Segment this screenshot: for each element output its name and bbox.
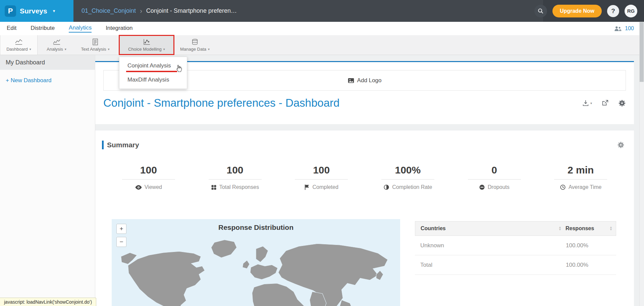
chevron-down-icon: ▾ [30, 47, 31, 51]
grid-dots-icon [211, 185, 217, 190]
minus-circle-icon [479, 184, 485, 190]
avatar[interactable]: RG [625, 5, 637, 17]
page-title: Conjoint - Smartphone preferences - Dash… [103, 97, 339, 109]
divider [122, 179, 175, 180]
search-button[interactable] [534, 5, 547, 17]
summary-bottom-row: Response Distribution + − [112, 219, 627, 306]
divider [209, 179, 262, 180]
country-cell: Unknown [415, 242, 566, 249]
sidebar-item-my-dashboard[interactable]: My Dashboard [0, 55, 95, 70]
summary-heading: Summary [107, 141, 139, 149]
new-dashboard-link[interactable]: + New Dashboard [6, 77, 52, 84]
sort-icon[interactable]: ▲▼ [609, 226, 612, 231]
countries-table-header: Countries ▲▼ Responses ▲▼ [415, 221, 616, 236]
title-row: Conjoint - Smartphone preferences - Dash… [103, 97, 626, 109]
stat-completed: 100 Completed [278, 164, 365, 190]
table-row[interactable]: Unknown 100.00% [415, 236, 616, 255]
survey-nav: Edit Distribute Analytics Integration 10… [0, 22, 644, 35]
help-button[interactable]: ? [607, 5, 619, 17]
summary-card: Summary 100 Viewed 100 Total Responses [95, 131, 634, 306]
summary-accent-bar [102, 141, 104, 149]
nav-tab-edit[interactable]: Edit [7, 25, 16, 32]
surveys-product-menu[interactable]: P Surveys ▾ [0, 0, 73, 22]
breadcrumb-project-link[interactable]: 01_Choice_Conjoint [82, 7, 136, 14]
divider [468, 179, 521, 180]
dashboard-actions: ▾ [582, 99, 626, 107]
eye-icon [135, 185, 142, 190]
settings-gear-icon[interactable] [618, 99, 626, 107]
choice-modelling-chart-icon [142, 39, 151, 45]
world-map[interactable] [118, 237, 393, 306]
nav-tab-distribute[interactable]: Distribute [31, 25, 55, 32]
half-circle-icon [383, 184, 389, 190]
chevron-down-icon: ▾ [108, 47, 110, 51]
dashboard-content: Add Logo Conjoint - Smartphone preferenc… [95, 55, 639, 306]
product-name: Surveys [20, 7, 47, 15]
nav-tab-analytics[interactable]: Analytics [69, 24, 92, 33]
flag-icon [304, 184, 310, 190]
zoom-in-button[interactable]: + [116, 224, 126, 234]
image-icon [348, 78, 354, 83]
toolbar-item-manage-data[interactable]: Manage Data▾ [176, 35, 214, 55]
chevron-down-icon: ▾ [208, 47, 210, 51]
top-header: P Surveys ▾ 01_Choice_Conjoint › Conjoin… [0, 0, 644, 22]
summary-settings-gear-icon[interactable] [617, 141, 625, 149]
document-icon [92, 39, 99, 45]
database-icon [191, 39, 199, 45]
responses-column-header: Responses [566, 225, 594, 232]
search-icon [537, 8, 544, 14]
menu-item-maxdiff-analysis[interactable]: MaxDiff Analysis [119, 73, 187, 87]
toolbar-item-text-analysis[interactable]: Text Analysis▾ [75, 35, 115, 55]
dashboard-chart-icon [14, 39, 23, 45]
stat-average-time: 2 min Average Time [537, 164, 624, 190]
responses-cell: 100.00% [566, 262, 616, 268]
clock-icon [560, 184, 566, 190]
breadcrumb: 01_Choice_Conjoint › Conjoint - Smartpho… [82, 7, 237, 15]
summary-stats: 100 Viewed 100 Total Responses 100 [102, 164, 627, 190]
map-title: Response Distribution [112, 219, 400, 232]
sort-icon[interactable]: ▲▼ [558, 226, 561, 231]
stat-dropouts: 0 Dropouts [451, 164, 538, 190]
divider [381, 179, 434, 180]
header-actions: Upgrade Now ? RG [534, 5, 637, 17]
stat-viewed: 100 Viewed [105, 164, 192, 190]
breadcrumb-separator-icon: › [140, 7, 142, 15]
analytics-toolbar: Dashboard▾ Analysis▾ Text Analysis▾ Choi… [0, 35, 644, 55]
country-cell: Total [415, 262, 566, 268]
dashboard-sidebar: My Dashboard + New Dashboard [0, 55, 95, 306]
question-mark-icon: ? [611, 7, 615, 15]
toolbar-item-choice-modelling[interactable]: Choice Modelling▾ [119, 35, 174, 55]
countries-column-header: Countries [421, 225, 446, 232]
stat-completion-rate: 100% Completion Rate [365, 164, 451, 190]
divider [554, 179, 607, 180]
upgrade-now-button[interactable]: Upgrade Now [552, 5, 602, 17]
response-count: 100 [625, 26, 634, 32]
chevron-down-icon: ▾ [53, 8, 55, 13]
divider [295, 179, 348, 180]
chevron-down-icon: ▾ [590, 101, 592, 105]
download-button[interactable]: ▾ [582, 99, 592, 107]
summary-header: Summary [102, 141, 627, 149]
breadcrumb-current-survey: Conjoint - Smartphone preferen… [146, 7, 237, 14]
response-distribution-map: Response Distribution + − [112, 219, 400, 306]
stat-total-responses: 100 Total Responses [192, 164, 278, 190]
toolbar-item-analysis[interactable]: Analysis▾ [38, 35, 75, 55]
cursor-hand-icon [175, 64, 183, 73]
table-row[interactable]: Total 100.00% [415, 255, 616, 275]
scrollbar[interactable] [639, 22, 644, 306]
people-icon [614, 25, 622, 32]
responses-cell: 100.00% [566, 242, 616, 249]
chevron-down-icon: ▾ [65, 47, 66, 51]
nav-tab-integration[interactable]: Integration [106, 25, 132, 32]
add-logo-label: Add Logo [357, 77, 382, 84]
scrollbar-thumb[interactable] [640, 22, 644, 82]
response-count-indicator[interactable]: 100 [614, 22, 634, 35]
status-bar: javascript: loadNavLink('showConjoint.do… [0, 298, 96, 306]
analysis-chart-icon [52, 39, 61, 45]
chevron-down-icon: ▾ [163, 47, 165, 51]
share-button[interactable] [601, 99, 609, 107]
toolbar-item-dashboard[interactable]: Dashboard▾ [0, 35, 38, 55]
annotation-red-underline [126, 71, 177, 72]
countries-table: Countries ▲▼ Responses ▲▼ Unknown 100.00… [415, 219, 616, 306]
questionpro-logo-icon: P [5, 5, 16, 17]
